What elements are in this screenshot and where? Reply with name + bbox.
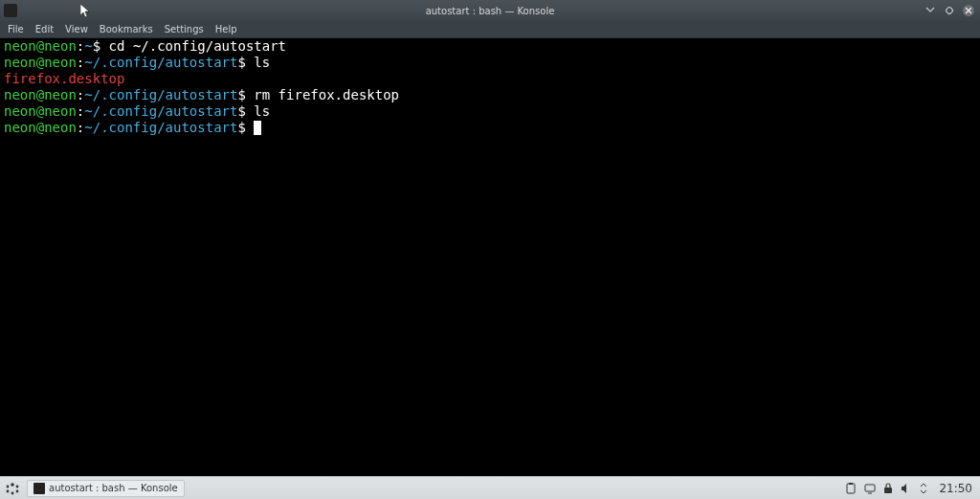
task-item-label: autostart : bash — Konsole	[49, 483, 178, 493]
titlebar: autostart : bash — Konsole	[0, 0, 980, 21]
system-tray: 21:50	[845, 482, 980, 495]
svg-point-4	[7, 489, 10, 492]
window-title: autostart : bash — Konsole	[426, 6, 555, 16]
svg-point-5	[11, 491, 14, 494]
menu-edit[interactable]: Edit	[35, 24, 54, 34]
menu-bookmarks[interactable]: Bookmarks	[100, 24, 153, 34]
close-button[interactable]	[963, 5, 974, 16]
svg-point-2	[11, 483, 14, 487]
menu-settings[interactable]: Settings	[165, 24, 204, 34]
start-button[interactable]	[2, 478, 23, 499]
minimize-button[interactable]	[924, 5, 936, 16]
terminal[interactable]: neon@neon:~$ cd ~/.config/autostartneon@…	[0, 38, 980, 476]
menu-view[interactable]: View	[65, 24, 88, 34]
konsole-icon	[33, 483, 45, 494]
svg-rect-11	[884, 488, 892, 493]
svg-rect-9	[865, 485, 875, 491]
svg-rect-0	[946, 7, 953, 14]
titlebar-left	[0, 4, 17, 17]
menu-help[interactable]: Help	[215, 24, 237, 34]
svg-point-3	[16, 485, 19, 488]
menubar: File Edit View Bookmarks Settings Help	[0, 21, 980, 38]
svg-rect-8	[849, 483, 853, 485]
menu-file[interactable]: File	[8, 24, 24, 34]
tray-lock-icon[interactable]	[883, 483, 893, 494]
maximize-button[interactable]	[944, 5, 955, 16]
task-item-konsole[interactable]: autostart : bash — Konsole	[27, 480, 185, 497]
window-controls	[924, 5, 974, 16]
svg-rect-7	[847, 484, 855, 493]
tray-clipboard-icon[interactable]	[845, 483, 857, 494]
tray-clock[interactable]: 21:50	[939, 482, 972, 495]
tray-expand-icon[interactable]	[920, 483, 927, 494]
svg-point-1	[7, 485, 10, 488]
svg-point-6	[16, 489, 19, 492]
app-icon	[4, 4, 17, 17]
tray-display-icon[interactable]	[864, 483, 876, 494]
tray-volume-icon[interactable]	[901, 483, 912, 494]
taskbar: autostart : bash — Konsole 21:50	[0, 476, 980, 499]
